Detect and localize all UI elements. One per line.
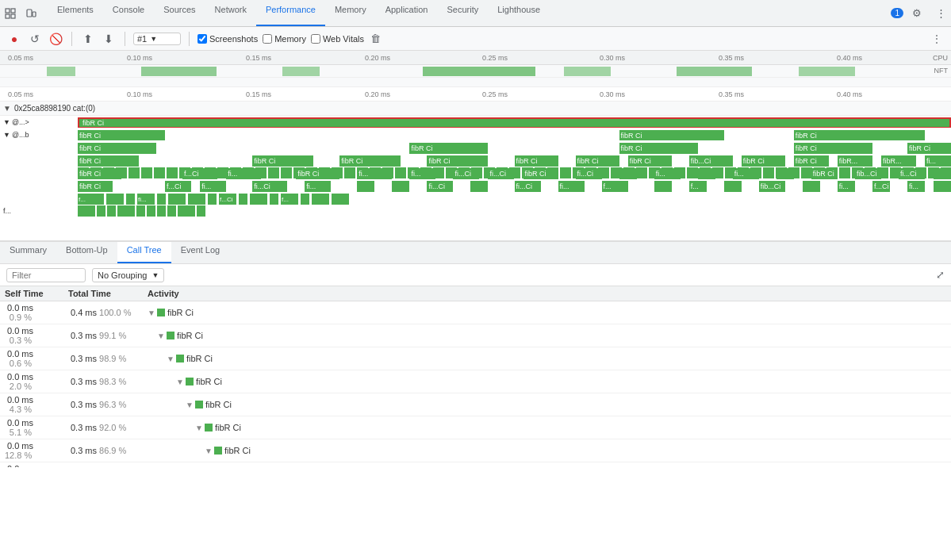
fb-r6-18[interactable]: fi... <box>838 181 855 192</box>
fr7b15[interactable] <box>312 194 329 205</box>
fb-r5-12[interactable]: fi... <box>654 168 681 179</box>
fb-r5-7[interactable]: fi...Ci <box>453 168 479 179</box>
session-select[interactable]: #1 ▼ <box>133 33 181 45</box>
reload-record-button[interactable]: ↺ <box>27 31 43 47</box>
fb-r3-1[interactable]: fibR Ci <box>78 143 156 154</box>
fb-r6-7[interactable] <box>392 181 409 192</box>
table-row[interactable]: 0.0 ms 12.8 % 0.3 ms 86.9 % ▼ fibR Ci <box>0 439 951 462</box>
fb-r6-5[interactable]: fi... <box>305 181 331 192</box>
fr8b6[interactable] <box>147 205 155 217</box>
more-settings-icon[interactable]: ⋮ <box>929 31 945 47</box>
fb-r4-9[interactable]: fibR Ci <box>742 155 785 167</box>
web-vitals-checkbox[interactable] <box>311 34 320 44</box>
tab-security[interactable]: Security <box>437 0 488 26</box>
fr8b2[interactable] <box>97 205 105 217</box>
th-total-time[interactable]: Total Time <box>63 286 143 301</box>
tab-performance[interactable]: Performance <box>256 0 325 26</box>
expand-arrow[interactable]: ▼ <box>176 378 184 386</box>
download-button[interactable]: ⬇ <box>101 31 117 47</box>
screenshots-checkbox[interactable] <box>197 34 207 44</box>
fr7b8[interactable] <box>208 194 217 205</box>
fb-r3-4[interactable]: fibR Ci <box>794 143 872 154</box>
fb-r5-17[interactable]: fib...Ci <box>855 168 881 179</box>
fb-r5-9[interactable]: fibR Ci <box>523 168 558 179</box>
flame-block-selected[interactable]: fibR Ci <box>78 117 951 128</box>
tab-summary[interactable]: Summary <box>0 242 56 263</box>
expand-arrow[interactable]: ▼ <box>167 355 174 363</box>
fb-3[interactable]: fibR Ci <box>794 130 925 140</box>
fb-r6-13[interactable] <box>654 181 672 192</box>
fb-2[interactable]: fibR Ci <box>619 130 724 140</box>
fb-r6-20[interactable]: fi... <box>907 181 925 192</box>
filter-input[interactable] <box>6 268 86 282</box>
fb-r6-8[interactable]: fi...Ci <box>427 181 453 192</box>
expand-arrow[interactable]: ▼ <box>157 332 165 340</box>
fb-r6-9[interactable] <box>470 181 488 192</box>
fr7b1[interactable]: f... <box>78 194 104 205</box>
fr7b12[interactable] <box>270 194 278 205</box>
web-vitals-checkbox-group[interactable]: Web Vitals <box>311 34 364 44</box>
memory-checkbox-group[interactable]: Memory <box>263 34 306 44</box>
fb-r6-6[interactable] <box>357 181 374 192</box>
fb-r6-1[interactable]: fibR Ci <box>78 181 113 192</box>
fr7b9[interactable]: f...Ci <box>219 194 236 205</box>
fb-r4-4[interactable]: fibR Ci <box>427 155 488 167</box>
fb-r6-21[interactable] <box>934 181 951 192</box>
fr8b3[interactable] <box>107 205 116 217</box>
fb-r6-17[interactable] <box>803 181 820 192</box>
grouping-select[interactable]: No Grouping ▼ <box>92 268 164 282</box>
fr8b5[interactable] <box>136 205 145 217</box>
expand-arrow[interactable]: ▼ <box>205 447 213 455</box>
fr7b5[interactable] <box>157 194 166 205</box>
fb-r4-12[interactable]: fibR... <box>881 155 916 167</box>
fb-r3-3[interactable]: fibR Ci <box>619 143 698 154</box>
th-self-time[interactable]: Self Time <box>0 286 63 301</box>
screenshots-checkbox-group[interactable]: Screenshots <box>197 34 258 44</box>
fb-r6-16[interactable]: fib...Ci <box>759 181 785 192</box>
fr7b4[interactable]: fi... <box>137 194 155 205</box>
fb-r4-10[interactable]: fibR Ci <box>794 155 829 167</box>
upload-button[interactable]: ⬆ <box>80 31 96 47</box>
export-button[interactable]: ⤢ <box>936 269 945 281</box>
inspect-icon[interactable] <box>0 3 21 24</box>
fr8b10[interactable] <box>197 205 205 217</box>
tab-call-tree[interactable]: Call Tree <box>117 242 171 263</box>
fb-r5-14[interactable]: fi... <box>733 168 759 179</box>
record-button[interactable]: ● <box>6 31 22 47</box>
fr7b11[interactable] <box>250 194 267 205</box>
fr7b16[interactable] <box>332 194 349 205</box>
fb-r6-11[interactable]: fi... <box>558 181 585 192</box>
fb-r6-15[interactable] <box>724 181 742 192</box>
fb-r5-1[interactable]: fibR Ci <box>78 168 121 179</box>
fb-r3-5[interactable]: fibR Ci <box>907 143 951 154</box>
tab-memory[interactable]: Memory <box>325 0 376 26</box>
fr7b6[interactable] <box>168 194 186 205</box>
fb-r5-18[interactable]: fi...Ci <box>899 168 925 179</box>
clear-button[interactable]: 🚫 <box>48 31 63 47</box>
fr7b10[interactable] <box>239 194 247 205</box>
fb-r5-8[interactable]: fi...Ci <box>488 168 514 179</box>
fb-r5-6[interactable]: fi... <box>409 168 435 179</box>
fb-r5-19[interactable] <box>934 168 951 179</box>
fb-r4-5[interactable]: fibR Ci <box>515 155 558 167</box>
fb-r5-11[interactable] <box>619 168 637 179</box>
fb-r4-2[interactable]: fibR Ci <box>252 155 313 167</box>
clear-recordings-button[interactable]: 🗑 <box>370 33 381 44</box>
fb-r6-19[interactable]: f...Ci <box>872 181 890 192</box>
expand-arrow[interactable]: ▼ <box>195 424 203 432</box>
fr8b8[interactable] <box>167 205 176 217</box>
fr7b2[interactable] <box>106 194 124 205</box>
fr8b1[interactable] <box>78 205 95 217</box>
fr7b13[interactable]: f... <box>281 194 298 205</box>
fb-r5-5[interactable]: fi... <box>357 168 392 179</box>
fb-r5-3[interactable]: fi... <box>226 168 261 179</box>
fb-r6-12[interactable]: f... <box>602 181 628 192</box>
fr7b3[interactable] <box>126 194 135 205</box>
table-row[interactable]: 0.0 ms 0.3 % 0.3 ms 99.1 % ▼ fibR Ci <box>0 324 951 347</box>
tab-sources[interactable]: Sources <box>154 0 205 26</box>
fb-r4-7[interactable]: fibR Ci <box>628 155 672 167</box>
fb-r4-11[interactable]: fibR... <box>838 155 872 167</box>
tab-event-log[interactable]: Event Log <box>171 242 230 263</box>
fb-r4-6[interactable]: fibR Ci <box>576 155 619 167</box>
fb-r5-15[interactable] <box>777 168 794 179</box>
